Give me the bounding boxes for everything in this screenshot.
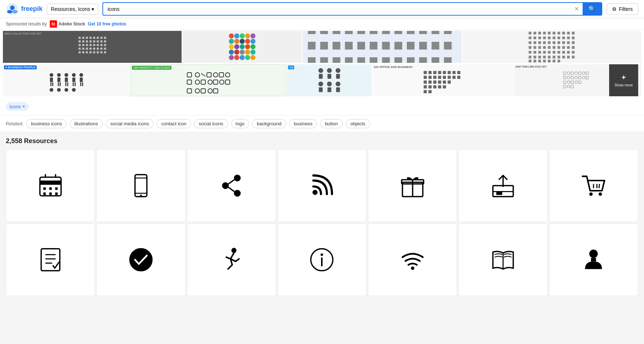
svg-rect-139: [538, 41, 541, 44]
book-icon: [490, 247, 516, 272]
icon-card-gift[interactable]: [368, 149, 457, 222]
svg-point-234: [327, 82, 332, 86]
tag-close-button[interactable]: ×: [22, 104, 25, 109]
icon-card-runner[interactable]: [187, 223, 276, 296]
thumb-2[interactable]: [182, 31, 301, 63]
svg-point-200: [80, 73, 83, 77]
svg-rect-201: [80, 78, 83, 82]
svg-rect-269: [571, 72, 574, 74]
svg-rect-233: [319, 88, 323, 92]
icon-card-share[interactable]: [187, 149, 276, 222]
related-tag-logo[interactable]: logo: [231, 119, 250, 128]
sponsored-label: Sponsored results by: [6, 21, 47, 27]
svg-rect-76: [394, 31, 402, 34]
svg-point-332: [590, 250, 598, 258]
svg-point-326: [231, 248, 236, 253]
svg-rect-102: [419, 57, 427, 63]
svg-rect-298: [55, 193, 57, 195]
svg-rect-79: [432, 31, 439, 34]
svg-rect-94: [320, 57, 328, 63]
svg-rect-190: [58, 82, 59, 86]
search-button[interactable]: 🔍: [583, 3, 602, 15]
icon-card-checklist[interactable]: [6, 223, 95, 296]
icon-card-person[interactable]: [549, 223, 638, 296]
svg-rect-172: [552, 56, 555, 58]
icon-card-upload[interactable]: [458, 149, 547, 222]
related-tag-business[interactable]: business: [289, 119, 317, 128]
icon-card-cart[interactable]: [549, 149, 638, 222]
svg-point-63: [250, 50, 255, 55]
tag-label: Icons: [9, 104, 21, 109]
icon-card-checkmark[interactable]: [96, 223, 185, 296]
svg-rect-320: [41, 249, 60, 271]
related-tag-business-icons[interactable]: business icons: [26, 119, 66, 128]
thumb-4[interactable]: [462, 31, 641, 63]
svg-point-192: [65, 73, 68, 77]
thumb-33-business[interactable]: 33: [287, 64, 372, 96]
svg-rect-286: [563, 85, 566, 88]
svg-rect-138: [533, 41, 536, 44]
related-tag-button[interactable]: button: [320, 119, 343, 128]
svg-rect-173: [557, 56, 560, 58]
related-tag-background[interactable]: background: [252, 119, 286, 128]
search-clear-button[interactable]: ✕: [571, 3, 583, 15]
thumb-1[interactable]: MEGA COLLECTION ICON SET: [3, 31, 182, 63]
nav-dropdown[interactable]: Resources, Icons ▾: [47, 4, 98, 15]
related-tag-social-icons[interactable]: social icons: [194, 119, 228, 128]
svg-rect-189: [57, 78, 60, 82]
svg-point-55: [234, 44, 239, 49]
thumb-3[interactable]: 1000 ICONS NETWORK LEGAL MONEY TECHNOLOG…: [303, 31, 462, 63]
thumb-1000-thin[interactable]: 1000 THIN LINE ICOS SET + Show more: [514, 64, 641, 96]
svg-rect-123: [557, 32, 560, 35]
svg-rect-120: [543, 32, 546, 35]
svg-rect-9: [97, 37, 99, 39]
related-tag-contact-icon[interactable]: contact icon: [157, 119, 191, 128]
svg-point-60: [234, 50, 239, 55]
svg-rect-174: [562, 56, 565, 58]
svg-rect-84: [345, 42, 352, 49]
svg-rect-262: [433, 85, 437, 89]
svg-rect-122: [552, 32, 555, 35]
icon-card-rss[interactable]: [278, 149, 366, 222]
svg-rect-40: [93, 51, 95, 53]
filters-button[interactable]: ⚙ Filters: [607, 3, 638, 15]
thumb-120-office[interactable]: 120 OFFICE AND BUSINESS: [372, 64, 513, 96]
svg-rect-82: [320, 42, 328, 49]
icon-card-smartphone[interactable]: [96, 149, 185, 222]
svg-rect-155: [567, 46, 570, 49]
svg-point-279: [582, 76, 585, 79]
svg-rect-160: [543, 51, 546, 54]
svg-rect-39: [89, 51, 92, 53]
related-tag-illustrations[interactable]: illustrations: [70, 119, 103, 128]
svg-rect-23: [89, 44, 92, 46]
search-input[interactable]: [103, 4, 571, 15]
show-more-button[interactable]: + Show more: [609, 64, 638, 96]
free-photos-link[interactable]: Get 10 free photos: [88, 21, 126, 27]
thumbnails-row-2: 4 BUSINESS PEOPLE 180 PERFECT LINE ICONS…: [0, 64, 644, 97]
svg-rect-280: [586, 77, 588, 79]
wifi-icon: [400, 247, 425, 272]
thumb-business-people[interactable]: 4 BUSINESS PEOPLE: [3, 64, 130, 96]
svg-rect-19: [104, 40, 106, 43]
icon-card-info[interactable]: [278, 223, 366, 296]
icon-card-book[interactable]: [458, 223, 547, 296]
svg-rect-265: [424, 90, 427, 93]
tag-chip-icons[interactable]: Icons ×: [6, 102, 29, 111]
svg-rect-72: [345, 31, 352, 34]
logo[interactable]: freepik: [6, 3, 42, 16]
svg-rect-169: [538, 56, 541, 58]
thumb-180-icons[interactable]: 180 PERFECT LINE ICONS: [130, 64, 286, 96]
svg-rect-238: [424, 71, 427, 74]
related-tag-social-media-icons[interactable]: social media icons: [106, 119, 154, 128]
svg-rect-255: [429, 81, 432, 84]
related-tag-objects[interactable]: objects: [346, 119, 370, 128]
svg-rect-283: [571, 81, 574, 84]
smartphone-icon: [128, 173, 154, 198]
icon-card-calendar[interactable]: [6, 149, 95, 222]
svg-rect-163: [557, 51, 560, 54]
svg-point-209: [195, 73, 200, 77]
svg-rect-187: [52, 82, 53, 86]
icon-card-wifi[interactable]: [368, 223, 457, 296]
svg-rect-216: [201, 80, 206, 84]
svg-point-308: [313, 190, 318, 195]
